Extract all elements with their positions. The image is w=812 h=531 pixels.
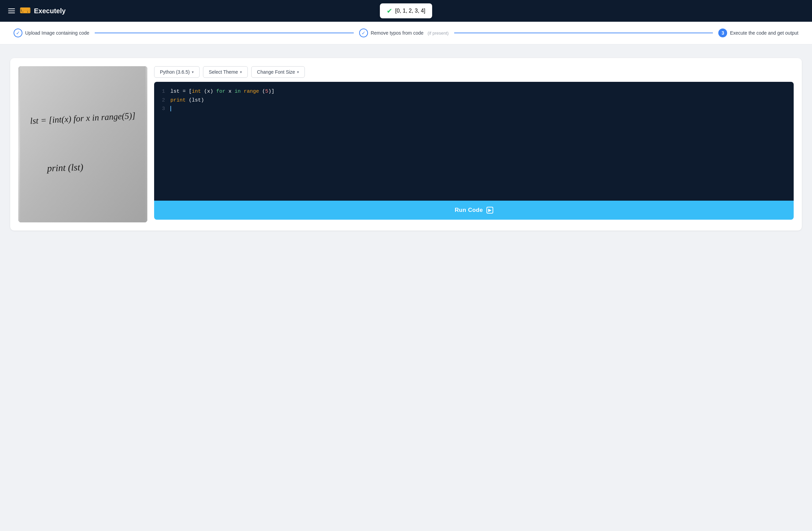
step-upload-check: ✓ — [14, 29, 23, 37]
language-label: Python (3.6.5) — [160, 69, 190, 75]
steps-bar: ✓ Upload Image containing code ✓ Remove … — [0, 22, 812, 44]
result-badge: ✔ [0, 1, 2, 3, 4] — [380, 3, 432, 18]
theme-label: Select Theme — [209, 69, 238, 75]
step-typos-check: ✓ — [359, 29, 368, 37]
step-typos-sublabel: (if present) — [428, 31, 449, 35]
text-cursor — [170, 106, 171, 111]
play-icon: ▶ — [487, 207, 493, 214]
step-upload-label: Upload Image containing code — [25, 30, 89, 35]
handwriting-svg: lst = [int(x) for x in range(5)] print (… — [20, 66, 146, 223]
result-text: [0, 1, 2, 3, 4] — [395, 8, 425, 14]
theme-selector[interactable]: Select Theme ▾ — [203, 66, 248, 78]
code-line-1: 1 lst = [int (x) for x in range (5)] — [160, 87, 788, 96]
line-num-2: 2 — [160, 96, 165, 105]
line-num-1: 1 — [160, 87, 165, 96]
step-line-2 — [454, 33, 713, 33]
main-content: lst = [int(x) for x in range(5)] print (… — [0, 44, 812, 244]
app-name: Executely — [34, 7, 66, 15]
logo-icon: ⌨ — [20, 6, 31, 15]
step-typos-label: Remove typos from code — [371, 30, 424, 35]
code-panel: Python (3.6.5) ▾ Select Theme ▾ Change F… — [154, 66, 794, 220]
run-code-button[interactable]: Run Code ▶ — [154, 201, 794, 220]
font-label: Change Font Size — [257, 69, 295, 75]
line-num-3: 3 — [160, 104, 165, 113]
content-card: lst = [int(x) for x in range(5)] print (… — [10, 58, 802, 231]
code-editor[interactable]: 1 lst = [int (x) for x in range (5)] 2 p… — [154, 82, 794, 201]
step-upload: ✓ Upload Image containing code — [14, 29, 89, 37]
code-content-2: print (lst) — [170, 96, 204, 105]
content-layout: lst = [int(x) for x in range(5)] print (… — [18, 66, 794, 223]
handwriting-image: lst = [int(x) for x in range(5)] print (… — [18, 66, 147, 223]
step-typos: ✓ Remove typos from code (if present) — [359, 29, 449, 37]
svg-text:print (lst): print (lst) — [46, 162, 84, 173]
code-content-3 — [170, 104, 171, 113]
font-size-selector[interactable]: Change Font Size ▾ — [251, 66, 305, 78]
run-code-label: Run Code — [455, 207, 483, 214]
code-content-1: lst = [int (x) for x in range (5)] — [170, 87, 274, 96]
header: ⌨ Executely ✔ [0, 1, 2, 3, 4] — [0, 0, 812, 22]
code-line-3: 3 — [160, 104, 788, 113]
font-chevron: ▾ — [297, 70, 299, 74]
language-chevron: ▾ — [192, 70, 194, 74]
svg-rect-1 — [20, 66, 146, 223]
theme-chevron: ▾ — [240, 70, 242, 74]
image-panel: lst = [int(x) for x in range(5)] print (… — [18, 66, 147, 223]
step-execute-number: 3 — [718, 29, 727, 37]
language-selector[interactable]: Python (3.6.5) ▾ — [154, 66, 200, 78]
code-line-2: 2 print (lst) — [160, 96, 788, 105]
app-logo: ⌨ Executely — [20, 6, 66, 15]
hamburger-menu[interactable] — [8, 9, 15, 13]
step-execute: 3 Execute the code and get output — [718, 29, 798, 37]
code-toolbar: Python (3.6.5) ▾ Select Theme ▾ Change F… — [154, 66, 794, 78]
result-check-icon: ✔ — [387, 7, 392, 15]
step-line-1 — [95, 33, 354, 33]
step-execute-label: Execute the code and get output — [730, 30, 798, 35]
